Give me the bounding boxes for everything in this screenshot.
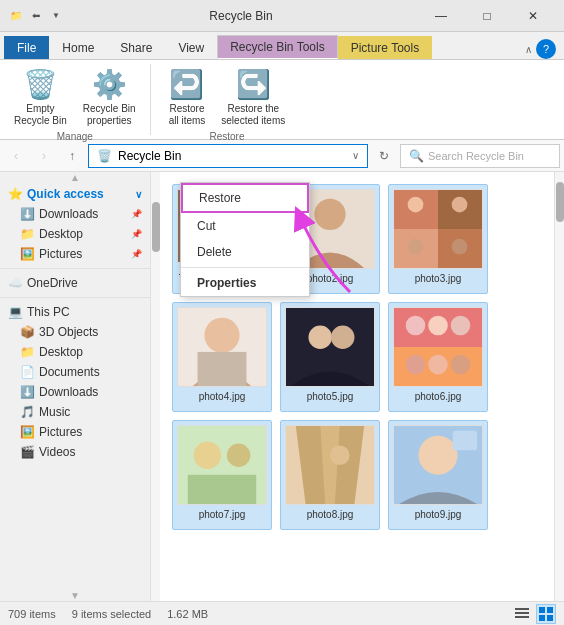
file-name-3: photo3.jpg — [415, 273, 462, 285]
this-pc-icon: 💻 — [8, 305, 23, 319]
file-item-3[interactable]: photo3.jpg — [388, 184, 488, 294]
tab-home[interactable]: Home — [49, 36, 107, 59]
ribbon-collapse-icon[interactable]: ∧ — [525, 44, 532, 55]
file-item-7[interactable]: photo7.jpg — [172, 420, 272, 530]
address-path-text: Recycle Bin — [118, 149, 181, 163]
address-path-icon: 🗑️ — [97, 149, 112, 163]
status-bar: 709 items 9 items selected 1.62 MB — [0, 601, 564, 625]
sidebar-item-desktop2[interactable]: 📁 Desktop — [0, 342, 150, 362]
help-button[interactable]: ? — [536, 39, 556, 59]
quick-access-icon[interactable]: ⬅ — [28, 8, 44, 24]
file-name-9: photo9.jpg — [415, 509, 462, 521]
context-menu-delete[interactable]: Delete — [181, 239, 309, 265]
file-item-8[interactable]: photo8.jpg — [280, 420, 380, 530]
system-icon: 📁 — [8, 8, 24, 24]
refresh-button[interactable]: ↻ — [372, 144, 396, 168]
list-view-button[interactable] — [512, 604, 532, 624]
documents-icon: 📄 — [20, 365, 35, 379]
onedrive-icon: ☁️ — [8, 276, 23, 290]
file-name-7: photo7.jpg — [199, 509, 246, 521]
quick-access-icon: ⭐ — [8, 187, 23, 201]
music-label: Music — [39, 405, 70, 419]
minimize-button[interactable]: — — [418, 0, 464, 32]
tab-view[interactable]: View — [165, 36, 217, 59]
file-area[interactable]: ...f10e5f0b044f 691b7ca081f 8.jpg photo2… — [160, 172, 564, 601]
manage-group-label: Manage — [57, 131, 93, 142]
tab-share[interactable]: Share — [107, 36, 165, 59]
music-icon: 🎵 — [20, 405, 35, 419]
address-dropdown-icon[interactable]: ∨ — [352, 150, 359, 161]
file-thumb-9 — [393, 425, 483, 505]
file-item-6[interactable]: photo6.jpg — [388, 302, 488, 412]
pictures-label: Pictures — [39, 247, 82, 261]
sidebar-item-onedrive[interactable]: ☁️ OneDrive — [0, 273, 150, 293]
sidebar-item-pictures2[interactable]: 🖼️ Pictures — [0, 422, 150, 442]
ribbon-restore-buttons: ↩️ Restoreall items ↪️ Restore theselect… — [163, 64, 292, 131]
sidebar-item-documents[interactable]: 📄 Documents — [0, 362, 150, 382]
svg-rect-39 — [515, 612, 529, 614]
tab-file[interactable]: File — [4, 36, 49, 59]
ribbon-content: 🗑️ EmptyRecycle Bin ⚙️ Recycle Binproper… — [0, 60, 564, 140]
sidebar-item-desktop[interactable]: 📁 Desktop 📌 — [0, 224, 150, 244]
recycle-bin-properties-button[interactable]: ⚙️ Recycle Binproperties — [77, 64, 142, 131]
svg-rect-38 — [515, 608, 529, 610]
svg-rect-36 — [453, 431, 477, 451]
back-button[interactable]: ‹ — [4, 144, 28, 168]
search-icon: 🔍 — [409, 149, 424, 163]
sidebar-item-this-pc[interactable]: 💻 This PC — [0, 302, 150, 322]
sidebar-item-music[interactable]: 🎵 Music — [0, 402, 150, 422]
context-menu-cut[interactable]: Cut — [181, 213, 309, 239]
context-menu: Restore Cut Delete Properties — [180, 182, 310, 297]
address-field[interactable]: 🗑️ Recycle Bin ∨ — [88, 144, 368, 168]
tab-recycle-bin-tools[interactable]: Recycle Bin Tools — [217, 35, 338, 59]
up-button[interactable]: ↑ — [60, 144, 84, 168]
documents-label: Documents — [39, 365, 100, 379]
sidebar-item-3d-objects[interactable]: 📦 3D Objects — [0, 322, 150, 342]
onedrive-label: OneDrive — [27, 276, 78, 290]
file-item-5[interactable]: photo5.jpg — [280, 302, 380, 412]
context-menu-properties[interactable]: Properties — [181, 270, 309, 296]
file-scroll-thumb[interactable] — [556, 182, 564, 222]
sidebar-scroll-thumb[interactable] — [152, 202, 160, 252]
search-placeholder: Search Recycle Bin — [428, 150, 524, 162]
scroll-up-arrow[interactable]: ▲ — [0, 172, 150, 183]
empty-recycle-label: EmptyRecycle Bin — [14, 103, 67, 127]
scroll-down-arrow[interactable]: ▼ — [0, 590, 150, 601]
close-button[interactable]: ✕ — [510, 0, 556, 32]
status-selected-count: 9 items selected — [72, 608, 151, 620]
ribbon-manage-buttons: 🗑️ EmptyRecycle Bin ⚙️ Recycle Binproper… — [8, 64, 142, 131]
restore-all-items-button[interactable]: ↩️ Restoreall items — [163, 64, 212, 131]
sidebar-separator-2 — [0, 297, 150, 298]
sidebar-scrollbar[interactable] — [150, 172, 160, 601]
forward-button[interactable]: › — [32, 144, 56, 168]
sidebar-item-pictures[interactable]: 🖼️ Pictures 📌 — [0, 244, 150, 264]
tab-picture-tools[interactable]: Picture Tools — [338, 36, 432, 59]
quick-access-label: Quick access — [27, 187, 104, 201]
sidebar-item-videos[interactable]: 🎬 Videos — [0, 442, 150, 462]
sidebar-item-downloads[interactable]: ⬇️ Downloads 📌 — [0, 204, 150, 224]
sidebar-item-quick-access[interactable]: ⭐ Quick access ∨ — [0, 184, 150, 204]
restore-selected-items-button[interactable]: ↪️ Restore theselected items — [215, 64, 291, 131]
downloads2-label: Downloads — [39, 385, 98, 399]
pictures2-icon: 🖼️ — [20, 425, 35, 439]
svg-point-35 — [418, 436, 457, 475]
desktop-icon: 📁 — [20, 227, 35, 241]
grid-view-button[interactable] — [536, 604, 556, 624]
svg-point-20 — [406, 316, 426, 336]
svg-point-3 — [314, 199, 345, 230]
pictures-icon: 🖼️ — [20, 247, 35, 261]
sidebar-items: ⭐ Quick access ∨ ⬇️ Downloads 📌 📁 Deskto… — [0, 184, 150, 462]
sidebar-item-downloads2[interactable]: ⬇️ Downloads — [0, 382, 150, 402]
downloads-icon: ⬇️ — [20, 207, 35, 221]
file-item-9[interactable]: photo9.jpg — [388, 420, 488, 530]
file-name-8: photo8.jpg — [307, 509, 354, 521]
maximize-button[interactable]: □ — [464, 0, 510, 32]
restore-selected-icon: ↪️ — [236, 68, 271, 101]
empty-recycle-bin-button[interactable]: 🗑️ EmptyRecycle Bin — [8, 64, 73, 131]
file-item-4[interactable]: photo4.jpg — [172, 302, 272, 412]
file-area-scrollbar[interactable] — [554, 172, 564, 601]
title-bar-menu-icon[interactable]: ▼ — [48, 8, 64, 24]
context-menu-restore[interactable]: Restore — [181, 183, 309, 213]
svg-point-11 — [452, 239, 468, 255]
search-field[interactable]: 🔍 Search Recycle Bin — [400, 144, 560, 168]
